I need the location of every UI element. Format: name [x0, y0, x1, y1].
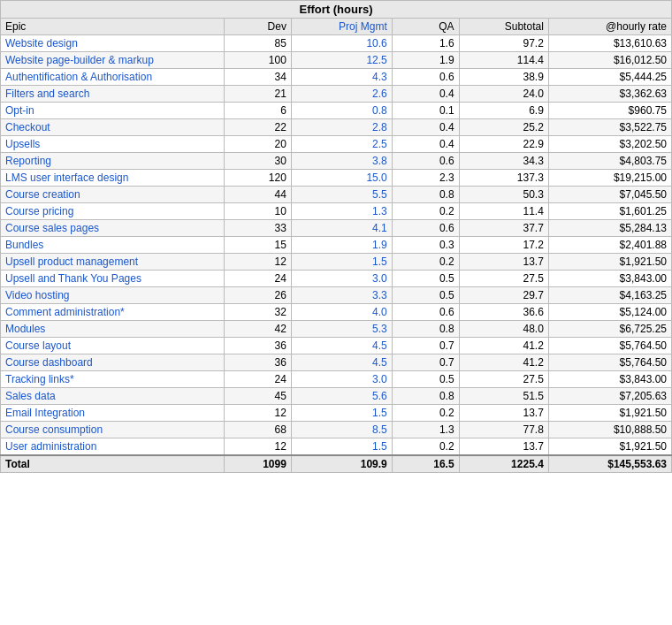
- cell-dev: 32: [225, 304, 292, 321]
- cell-hourly: $10,888.50: [548, 422, 671, 438]
- table-row: Email Integration121.50.213.7$1,921.50: [1, 405, 672, 422]
- cell-dev: 34: [225, 69, 292, 86]
- cell-dev: 120: [225, 170, 292, 187]
- table-title: Effort (hours): [1, 1, 672, 19]
- cell-pm: 4.0: [291, 304, 392, 321]
- cell-pm: 5.6: [291, 388, 392, 405]
- total-subtotal: 1225.4: [459, 455, 548, 473]
- cell-pm: 4.5: [291, 338, 392, 354]
- cell-hourly: $3,522.75: [548, 119, 671, 136]
- cell-pm: 0.8: [291, 103, 392, 119]
- cell-subtotal: 37.7: [459, 220, 548, 237]
- cell-qa: 0.5: [392, 371, 459, 388]
- cell-subtotal: 50.3: [459, 187, 548, 203]
- table-row: Course consumption688.51.377.8$10,888.50: [1, 422, 672, 438]
- cell-epic: Course sales pages: [1, 220, 225, 237]
- cell-pm: 3.8: [291, 153, 392, 170]
- cell-dev: 24: [225, 371, 292, 388]
- cell-pm: 1.5: [291, 405, 392, 422]
- cell-subtotal: 34.3: [459, 153, 548, 170]
- cell-qa: 0.6: [392, 153, 459, 170]
- cell-hourly: $3,362.63: [548, 86, 671, 103]
- cell-subtotal: 27.5: [459, 371, 548, 388]
- table-row: Comment administration*324.00.636.6$5,12…: [1, 304, 672, 321]
- cell-subtotal: 6.9: [459, 103, 548, 119]
- total-dev: 1099: [225, 455, 292, 473]
- cell-qa: 1.6: [392, 35, 459, 52]
- cell-qa: 0.2: [392, 438, 459, 456]
- cell-epic: Website page-builder & markup: [1, 52, 225, 69]
- cell-dev: 10: [225, 203, 292, 220]
- cell-pm: 2.6: [291, 86, 392, 103]
- cell-qa: 0.4: [392, 136, 459, 153]
- table-row: Video hosting263.30.529.7$4,163.25: [1, 287, 672, 304]
- total-qa: 16.5: [392, 455, 459, 473]
- col-header-hourly: @hourly rate: [548, 19, 671, 35]
- cell-subtotal: 41.2: [459, 338, 548, 354]
- cell-subtotal: 13.7: [459, 254, 548, 271]
- cell-qa: 0.2: [392, 254, 459, 271]
- cell-subtotal: 51.5: [459, 388, 548, 405]
- cell-subtotal: 41.2: [459, 354, 548, 371]
- cell-dev: 45: [225, 388, 292, 405]
- cell-pm: 1.3: [291, 203, 392, 220]
- total-label: Total: [1, 455, 225, 473]
- total-pm: 109.9: [291, 455, 392, 473]
- cell-hourly: $4,803.75: [548, 153, 671, 170]
- table-row: Course sales pages334.10.637.7$5,284.13: [1, 220, 672, 237]
- cell-hourly: $7,205.63: [548, 388, 671, 405]
- cell-hourly: $5,444.25: [548, 69, 671, 86]
- cell-dev: 21: [225, 86, 292, 103]
- cell-qa: 0.8: [392, 187, 459, 203]
- cell-hourly: $5,284.13: [548, 220, 671, 237]
- cell-epic: Sales data: [1, 388, 225, 405]
- cell-qa: 0.8: [392, 388, 459, 405]
- cell-pm: 5.5: [291, 187, 392, 203]
- cell-dev: 26: [225, 287, 292, 304]
- cell-dev: 12: [225, 405, 292, 422]
- cell-hourly: $5,764.50: [548, 354, 671, 371]
- cell-subtotal: 114.4: [459, 52, 548, 69]
- cell-epic: Upsell product management: [1, 254, 225, 271]
- cell-epic: Website design: [1, 35, 225, 52]
- cell-dev: 42: [225, 321, 292, 338]
- cell-qa: 0.7: [392, 354, 459, 371]
- table-row: Tracking links*243.00.527.5$3,843.00: [1, 371, 672, 388]
- cell-epic: Course pricing: [1, 203, 225, 220]
- table-row: User administration121.50.213.7$1,921.50: [1, 438, 672, 456]
- col-header-pm: Proj Mgmt: [291, 19, 392, 35]
- cell-subtotal: 38.9: [459, 69, 548, 86]
- cell-subtotal: 22.9: [459, 136, 548, 153]
- table-row: Upsell and Thank You Pages243.00.527.5$3…: [1, 271, 672, 287]
- cell-epic: Tracking links*: [1, 371, 225, 388]
- cell-pm: 2.8: [291, 119, 392, 136]
- cell-epic: Video hosting: [1, 287, 225, 304]
- cell-qa: 0.7: [392, 338, 459, 354]
- cell-subtotal: 27.5: [459, 271, 548, 287]
- table-row: Website page-builder & markup10012.51.91…: [1, 52, 672, 69]
- cell-qa: 1.9: [392, 52, 459, 69]
- cell-hourly: $16,012.50: [548, 52, 671, 69]
- cell-pm: 4.5: [291, 354, 392, 371]
- cell-epic: LMS user interface design: [1, 170, 225, 187]
- cell-hourly: $3,202.50: [548, 136, 671, 153]
- cell-hourly: $5,124.00: [548, 304, 671, 321]
- cell-dev: 85: [225, 35, 292, 52]
- cell-hourly: $6,725.25: [548, 321, 671, 338]
- cell-epic: Course layout: [1, 338, 225, 354]
- table-row: Course pricing101.30.211.4$1,601.25: [1, 203, 672, 220]
- cell-hourly: $3,843.00: [548, 371, 671, 388]
- table-total-row: Total1099109.916.51225.4$145,553.63: [1, 455, 672, 473]
- cell-hourly: $19,215.00: [548, 170, 671, 187]
- cell-subtotal: 17.2: [459, 237, 548, 254]
- cell-dev: 12: [225, 438, 292, 456]
- cell-qa: 0.5: [392, 287, 459, 304]
- cell-subtotal: 13.7: [459, 438, 548, 456]
- cell-dev: 30: [225, 153, 292, 170]
- cell-hourly: $2,401.88: [548, 237, 671, 254]
- table-row: Bundles151.90.317.2$2,401.88: [1, 237, 672, 254]
- cell-qa: 0.6: [392, 220, 459, 237]
- cell-qa: 0.4: [392, 119, 459, 136]
- cell-hourly: $1,921.50: [548, 405, 671, 422]
- cell-pm: 1.5: [291, 254, 392, 271]
